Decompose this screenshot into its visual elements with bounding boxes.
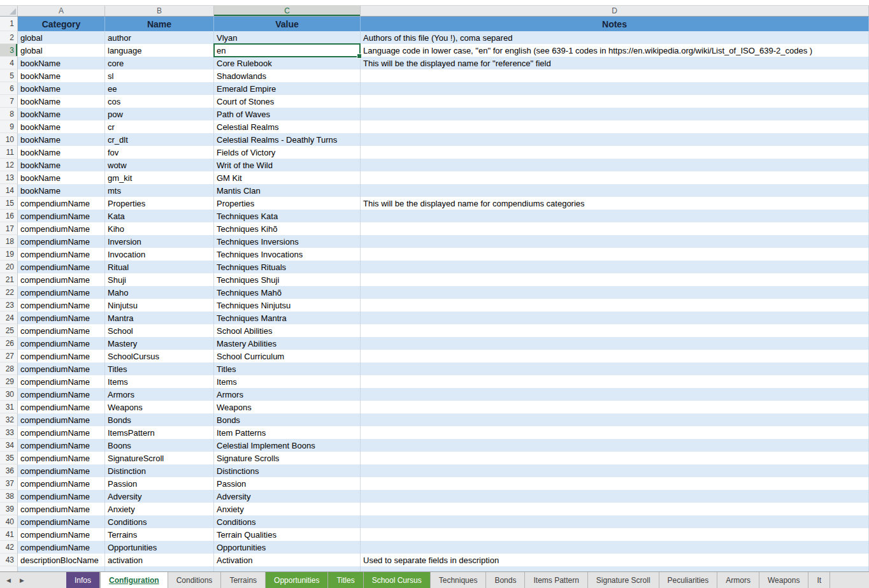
row-header-5[interactable]: 5	[0, 69, 18, 82]
cell-D17[interactable]	[361, 222, 869, 235]
row-header-22[interactable]: 22	[0, 286, 18, 299]
cell-D37[interactable]	[361, 477, 869, 490]
cell-A26[interactable]: compendiumName	[18, 337, 105, 350]
row-header-42[interactable]: 42	[0, 541, 18, 554]
row-header-10[interactable]: 10	[0, 133, 18, 146]
cell-A4[interactable]: bookName	[18, 57, 105, 69]
row-header-20[interactable]: 20	[0, 261, 18, 273]
cell-A36[interactable]: compendiumName	[18, 464, 105, 477]
row-header-32[interactable]: 32	[0, 413, 18, 426]
cell-C3[interactable]: en	[214, 44, 361, 57]
sheet-tab-bonds[interactable]: Bonds	[486, 572, 525, 588]
cell-B40[interactable]: Conditions	[105, 515, 214, 528]
cell-B11[interactable]: fov	[105, 146, 214, 159]
row-header-26[interactable]: 26	[0, 337, 18, 350]
row-header[interactable]	[0, 566, 18, 571]
cell-B28[interactable]: Titles	[105, 362, 214, 375]
cell-A18[interactable]: compendiumName	[18, 235, 105, 248]
tabs-scroll-left-icon[interactable]: ◀	[6, 577, 11, 584]
cell-B5[interactable]: sl	[105, 69, 214, 82]
cell-A21[interactable]: compendiumName	[18, 273, 105, 286]
cell-A30[interactable]: compendiumName	[18, 388, 105, 401]
cell-B29[interactable]: Items	[105, 375, 214, 388]
row-header-15[interactable]: 15	[0, 197, 18, 210]
row-header-1[interactable]: 1	[0, 17, 18, 31]
sheet-tab-signature-scroll[interactable]: Signature Scroll	[588, 572, 659, 588]
cell-B24[interactable]: Mantra	[105, 312, 214, 324]
cell-A42[interactable]: compendiumName	[18, 541, 105, 554]
cell-C30[interactable]: Armors	[214, 388, 361, 401]
cell-B9[interactable]: cr	[105, 120, 214, 133]
cell-D5[interactable]	[361, 69, 869, 82]
cell-A39[interactable]: compendiumName	[18, 503, 105, 515]
cell-A31[interactable]: compendiumName	[18, 401, 105, 413]
cell-C12[interactable]: Writ of the Wild	[214, 159, 361, 171]
row-header-37[interactable]: 37	[0, 477, 18, 490]
row-header-13[interactable]: 13	[0, 171, 18, 184]
cell-C23[interactable]: Techniques Ninjutsu	[214, 299, 361, 312]
cell-B39[interactable]: Anxiety	[105, 503, 214, 515]
cell-B30[interactable]: Armors	[105, 388, 214, 401]
cell-C17[interactable]: Techniques Kihõ	[214, 222, 361, 235]
cell-C11[interactable]: Fields of Victory	[214, 146, 361, 159]
cell-D9[interactable]	[361, 120, 869, 133]
sheet-tab-weapons[interactable]: Weapons	[759, 572, 808, 588]
cell-B37[interactable]: Passion	[105, 477, 214, 490]
row-header-6[interactable]: 6	[0, 82, 18, 95]
cell-C42[interactable]: Opportunities	[214, 541, 361, 554]
cell-C43[interactable]: Activation	[214, 554, 361, 566]
cell-C1[interactable]: Value	[214, 17, 361, 31]
cell-A1[interactable]: Category	[18, 17, 105, 31]
cell-C29[interactable]: Items	[214, 375, 361, 388]
cell-C5[interactable]: Shadowlands	[214, 69, 361, 82]
cell-A19[interactable]: compendiumName	[18, 248, 105, 261]
sheet-tab-it[interactable]: It	[808, 572, 830, 588]
cell-C37[interactable]: Passion	[214, 477, 361, 490]
cell-C32[interactable]: Bonds	[214, 413, 361, 426]
cell-B23[interactable]: Ninjutsu	[105, 299, 214, 312]
cell-A8[interactable]: bookName	[18, 108, 105, 120]
cell-D19[interactable]	[361, 248, 869, 261]
cell-B25[interactable]: School	[105, 324, 214, 337]
column-header-A[interactable]: A	[18, 6, 105, 16]
cell-A41[interactable]: compendiumName	[18, 528, 105, 541]
cell-B21[interactable]: Shuji	[105, 273, 214, 286]
row-header-12[interactable]: 12	[0, 159, 18, 171]
cell-C18[interactable]: Techniques Inversions	[214, 235, 361, 248]
cell-B42[interactable]: Opportunities	[105, 541, 214, 554]
cell-B22[interactable]: Maho	[105, 286, 214, 299]
cell-A16[interactable]: compendiumName	[18, 210, 105, 222]
cell-D39[interactable]	[361, 503, 869, 515]
cell-B13[interactable]: gm_kit	[105, 171, 214, 184]
cell-D28[interactable]	[361, 362, 869, 375]
cell-B10[interactable]: cr_dlt	[105, 133, 214, 146]
cell-A28[interactable]: compendiumName	[18, 362, 105, 375]
cell-C21[interactable]: Techniques Shuji	[214, 273, 361, 286]
row-header-7[interactable]: 7	[0, 95, 18, 108]
cell-C6[interactable]: Emerald Empire	[214, 82, 361, 95]
cell-D20[interactable]	[361, 261, 869, 273]
cell-C24[interactable]: Techniques Mantra	[214, 312, 361, 324]
cell-D7[interactable]	[361, 95, 869, 108]
cell-D41[interactable]	[361, 528, 869, 541]
cell-A5[interactable]: bookName	[18, 69, 105, 82]
row-header-38[interactable]: 38	[0, 490, 18, 503]
cell-D26[interactable]	[361, 337, 869, 350]
cell-A38[interactable]: compendiumName	[18, 490, 105, 503]
sheet-tab-peculiarities[interactable]: Peculiarities	[659, 572, 718, 588]
cell-A23[interactable]: compendiumName	[18, 299, 105, 312]
cell-B12[interactable]: wotw	[105, 159, 214, 171]
row-header-36[interactable]: 36	[0, 464, 18, 477]
cell-B7[interactable]: cos	[105, 95, 214, 108]
cell-D29[interactable]	[361, 375, 869, 388]
cell-C34[interactable]: Celestial Implement Boons	[214, 439, 361, 452]
cell-C26[interactable]: Mastery Abilities	[214, 337, 361, 350]
cell-B17[interactable]: Kiho	[105, 222, 214, 235]
row-header-9[interactable]: 9	[0, 120, 18, 133]
cell-C31[interactable]: Weapons	[214, 401, 361, 413]
cell-D13[interactable]	[361, 171, 869, 184]
row-header-29[interactable]: 29	[0, 375, 18, 388]
cell-A35[interactable]: compendiumName	[18, 452, 105, 464]
cell-D34[interactable]	[361, 439, 869, 452]
row-header-3[interactable]: 3	[0, 44, 18, 57]
